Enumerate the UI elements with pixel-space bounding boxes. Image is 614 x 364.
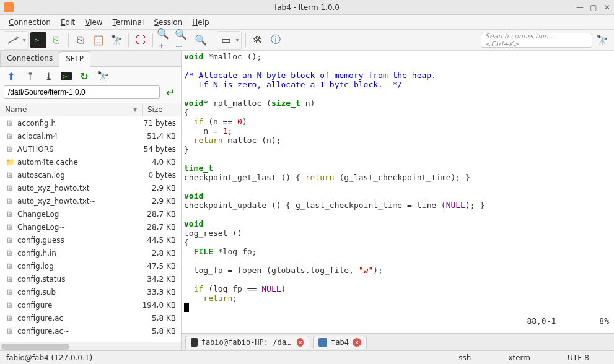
screen-icon[interactable]: ▭ (218, 32, 234, 48)
file-icon: 🗎 (5, 275, 15, 284)
horizontal-scrollbar[interactable] (0, 342, 181, 350)
file-row[interactable]: 🗎ChangeLog28,7 KB (0, 207, 181, 220)
editor-pane: void *malloc (); /* Allocate an N-byte b… (182, 51, 614, 350)
col-name[interactable]: Name▾ (0, 103, 143, 116)
connect-dropdown[interactable]: ▾ (21, 37, 27, 43)
file-size: 194,0 KB (138, 301, 176, 310)
info-icon[interactable]: ⓘ (268, 32, 284, 48)
file-row[interactable]: 🗎configure.ac5,8 KB (0, 311, 181, 324)
close-tab-icon[interactable]: ✕ (353, 338, 361, 347)
file-name: config.guess (17, 236, 138, 245)
terminal-tab-2[interactable]: fab4 ✕ (313, 336, 367, 349)
file-row[interactable]: 🗎auto_xyz_howto.txt2,9 KB (0, 181, 181, 194)
file-name: config.status (17, 275, 138, 284)
go-button[interactable]: ↵ (164, 85, 177, 99)
code-area[interactable]: void *malloc (); /* Allocate an N-byte b… (182, 51, 614, 333)
search-input[interactable]: Search connection... <Ctrl+K> (481, 33, 592, 48)
open-terminal-icon[interactable]: >_ (61, 72, 72, 80)
file-size: 2,8 KB (138, 249, 176, 258)
file-icon: 🗎 (5, 119, 15, 128)
select-all-icon[interactable]: ⛶ (133, 32, 149, 48)
menubar: Connection Edit View Terminal Session He… (0, 15, 614, 30)
maximize-button[interactable]: ▢ (589, 3, 598, 12)
main-toolbar: ▾ >_ ⎘ ⎘ 📋 🔭 ⛶ 🔍＋ 🔍− 🔍 ▭ ▾ 🛠 ⓘ Search co… (0, 30, 614, 51)
file-size: 51,4 KB (138, 132, 176, 141)
menu-connection[interactable]: Connection (4, 17, 56, 28)
file-row[interactable]: 🗎config.guess44,5 KB (0, 233, 181, 246)
screen-dropdown[interactable]: ▾ (234, 37, 240, 43)
file-name: autom4te.cache (17, 158, 138, 167)
search-files-icon[interactable]: 🔭 (97, 70, 109, 82)
file-row[interactable]: 🗎config.h.in2,8 KB (0, 246, 181, 259)
menu-view[interactable]: View (80, 17, 107, 28)
file-row[interactable]: 🗎configure.ac~5,8 KB (0, 324, 181, 337)
close-button[interactable]: ✕ (603, 3, 612, 12)
terminal-tab-1[interactable]: fabio@fabio-HP: /dati/Sou … ✕ (185, 336, 309, 349)
menu-edit[interactable]: Edit (56, 17, 80, 28)
paste-icon[interactable]: 📋 (90, 32, 107, 48)
col-size[interactable]: Size (143, 103, 181, 116)
file-list-header: Name▾ Size (0, 103, 181, 116)
menu-session[interactable]: Session (149, 17, 187, 28)
download-icon[interactable]: ⤓ (42, 70, 55, 82)
file-size: 54 bytes (138, 145, 176, 154)
menu-help[interactable]: Help (187, 17, 214, 28)
file-name: ChangeLog~ (17, 223, 138, 232)
minimize-button[interactable]: — (576, 3, 584, 12)
file-list[interactable]: 🗎acconfig.h71 bytes🗎aclocal.m451,4 KB🗎AU… (0, 116, 181, 342)
file-size: 2,9 KB (138, 197, 176, 206)
sidebar: Connections SFTP ⬆ ⤒ ⤓ >_ ↻ 🔭 ↵ Name▾ Si… (0, 51, 182, 350)
zoom-in-icon[interactable]: 🔍＋ (157, 32, 173, 48)
file-name: AUTHORS (17, 145, 138, 154)
file-icon: 🗎 (5, 132, 15, 141)
file-row[interactable]: 🗎config.status34,2 KB (0, 272, 181, 285)
file-name: aclocal.m4 (17, 132, 138, 141)
editor-ruler: 88,0-1 8% (527, 316, 609, 326)
terminal-tab-icon (191, 338, 198, 347)
settings-icon[interactable]: 🛠 (250, 32, 266, 48)
file-icon: 🗎 (5, 184, 15, 193)
upload-icon[interactable]: ⤒ (24, 70, 36, 82)
file-row[interactable]: 🗎config.sub33,3 KB (0, 285, 181, 298)
file-icon: 🗎 (5, 249, 15, 258)
svg-text:>_: >_ (35, 37, 43, 43)
zoom-out-icon[interactable]: 🔍− (175, 32, 191, 48)
file-size: 0 bytes (138, 171, 176, 180)
tab-connections[interactable]: Connections (0, 51, 59, 66)
file-row[interactable]: 🗎aclocal.m451,4 KB (0, 129, 181, 142)
close-tab-icon[interactable]: ✕ (297, 338, 304, 347)
file-name: autoscan.log (17, 171, 138, 180)
find-icon[interactable]: 🔭 (108, 32, 125, 48)
refresh-icon[interactable]: ↻ (78, 70, 90, 82)
folder-icon: 📁 (5, 158, 15, 167)
binoculars-icon[interactable]: 🔭 (594, 32, 610, 48)
file-row[interactable]: 🗎configure194,0 KB (0, 298, 181, 311)
file-size: 2,9 KB (138, 184, 176, 193)
menu-terminal[interactable]: Terminal (108, 17, 149, 28)
file-row[interactable]: 📁autom4te.cache4,0 KB (0, 155, 181, 168)
file-icon: 🗎 (5, 236, 15, 245)
file-row[interactable]: 🗎AUTHORS54 bytes (0, 142, 181, 155)
file-row[interactable]: 🗎ChangeLog~28,7 KB (0, 220, 181, 233)
file-size: 28,7 KB (138, 223, 176, 232)
file-size: 28,7 KB (138, 210, 176, 219)
file-name: auto_xyz_howto.txt (17, 184, 138, 193)
tab-sftp[interactable]: SFTP (59, 51, 90, 67)
file-icon: 🗎 (5, 288, 15, 297)
window-title: fab4 - lterm 1.0.0 (274, 3, 340, 12)
connect-icon[interactable] (5, 32, 21, 48)
file-row[interactable]: 🗎autoscan.log0 bytes (0, 168, 181, 181)
file-icon: 🗎 (5, 197, 15, 206)
file-size: 5,8 KB (138, 327, 176, 336)
duplicate-icon[interactable]: ⎘ (48, 32, 64, 48)
file-row[interactable]: 🗎auto_xyz_howto.txt~2,9 KB (0, 194, 181, 207)
zoom-reset-icon[interactable]: 🔍 (193, 32, 209, 48)
path-input[interactable] (4, 85, 160, 99)
file-row[interactable]: 🗎acconfig.h71 bytes (0, 116, 181, 129)
terminal-icon[interactable]: >_ (30, 32, 46, 48)
copy-icon[interactable]: ⎘ (72, 32, 89, 48)
file-name: configure.ac (17, 314, 138, 323)
status-encoding: UTF-8 (549, 353, 608, 362)
go-up-icon[interactable]: ⬆ (5, 70, 17, 82)
file-row[interactable]: 🗎config.log47,5 KB (0, 259, 181, 272)
